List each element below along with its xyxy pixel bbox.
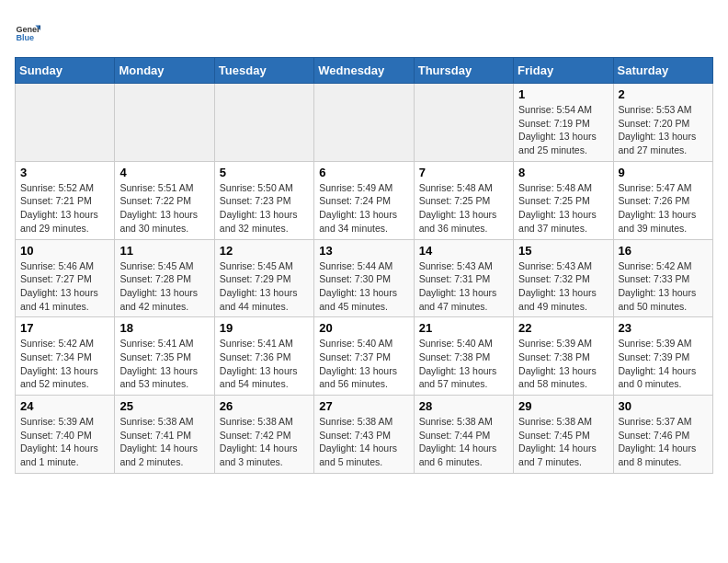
day-content: Sunrise: 5:43 AM Sunset: 7:31 PM Dayligh… (419, 259, 508, 314)
calendar-cell: 8Sunrise: 5:48 AM Sunset: 7:25 PM Daylig… (514, 161, 613, 239)
weekday-header-wednesday: Wednesday (314, 58, 414, 84)
calendar-cell (214, 84, 313, 162)
day-content: Sunrise: 5:40 AM Sunset: 7:37 PM Dayligh… (319, 337, 408, 391)
calendar-week-3: 10Sunrise: 5:46 AM Sunset: 7:27 PM Dayli… (16, 239, 713, 317)
day-number: 10 (20, 244, 109, 258)
day-content: Sunrise: 5:39 AM Sunset: 7:39 PM Dayligh… (619, 337, 708, 391)
logo: General Blue (15, 20, 40, 46)
calendar-cell (314, 84, 414, 162)
calendar-cell: 27Sunrise: 5:38 AM Sunset: 7:43 PM Dayli… (314, 396, 414, 474)
day-number: 1 (518, 87, 608, 101)
day-content: Sunrise: 5:42 AM Sunset: 7:33 PM Dayligh… (619, 259, 708, 314)
calendar-cell: 19Sunrise: 5:41 AM Sunset: 7:36 PM Dayli… (214, 317, 313, 396)
day-number: 13 (319, 244, 408, 258)
day-number: 8 (518, 166, 608, 179)
day-number: 12 (220, 244, 309, 258)
day-content: Sunrise: 5:38 AM Sunset: 7:41 PM Dayligh… (119, 415, 209, 469)
calendar-cell: 28Sunrise: 5:38 AM Sunset: 7:44 PM Dayli… (414, 396, 513, 474)
calendar-header-row: SundayMondayTuesdayWednesdayThursdayFrid… (16, 58, 713, 84)
calendar-cell: 16Sunrise: 5:42 AM Sunset: 7:33 PM Dayli… (613, 239, 712, 317)
weekday-header-sunday: Sunday (16, 58, 115, 84)
day-number: 14 (419, 244, 508, 258)
calendar-week-5: 24Sunrise: 5:39 AM Sunset: 7:40 PM Dayli… (16, 396, 713, 474)
day-content: Sunrise: 5:40 AM Sunset: 7:38 PM Dayligh… (419, 337, 508, 391)
day-number: 5 (220, 166, 309, 179)
day-content: Sunrise: 5:52 AM Sunset: 7:21 PM Dayligh… (20, 181, 109, 236)
calendar-cell: 4Sunrise: 5:51 AM Sunset: 7:22 PM Daylig… (115, 161, 214, 239)
calendar-cell: 5Sunrise: 5:50 AM Sunset: 7:23 PM Daylig… (214, 161, 313, 239)
calendar-cell: 3Sunrise: 5:52 AM Sunset: 7:21 PM Daylig… (16, 161, 115, 239)
page-header: General Blue (15, 15, 713, 46)
calendar-cell: 29Sunrise: 5:38 AM Sunset: 7:45 PM Dayli… (514, 396, 613, 474)
day-content: Sunrise: 5:38 AM Sunset: 7:43 PM Dayligh… (319, 415, 408, 469)
calendar-cell: 18Sunrise: 5:41 AM Sunset: 7:35 PM Dayli… (115, 317, 214, 396)
calendar-cell: 26Sunrise: 5:38 AM Sunset: 7:42 PM Dayli… (214, 396, 313, 474)
day-number: 28 (419, 399, 508, 413)
day-content: Sunrise: 5:47 AM Sunset: 7:26 PM Dayligh… (619, 181, 708, 236)
calendar-cell: 17Sunrise: 5:42 AM Sunset: 7:34 PM Dayli… (16, 317, 115, 396)
weekday-header-saturday: Saturday (613, 58, 712, 84)
day-content: Sunrise: 5:53 AM Sunset: 7:20 PM Dayligh… (619, 103, 708, 157)
day-number: 27 (319, 399, 408, 413)
day-content: Sunrise: 5:45 AM Sunset: 7:29 PM Dayligh… (220, 259, 309, 314)
day-number: 4 (119, 166, 209, 179)
logo-icon: General Blue (15, 20, 40, 46)
day-number: 9 (619, 166, 708, 179)
day-number: 24 (20, 399, 109, 413)
day-content: Sunrise: 5:48 AM Sunset: 7:25 PM Dayligh… (518, 181, 608, 236)
day-number: 6 (319, 166, 408, 179)
calendar-cell: 14Sunrise: 5:43 AM Sunset: 7:31 PM Dayli… (414, 239, 513, 317)
day-content: Sunrise: 5:38 AM Sunset: 7:42 PM Dayligh… (220, 415, 309, 469)
day-number: 21 (419, 321, 508, 335)
day-content: Sunrise: 5:41 AM Sunset: 7:36 PM Dayligh… (220, 337, 309, 391)
day-number: 19 (220, 321, 309, 335)
calendar-cell: 25Sunrise: 5:38 AM Sunset: 7:41 PM Dayli… (115, 396, 214, 474)
day-content: Sunrise: 5:38 AM Sunset: 7:44 PM Dayligh… (419, 415, 508, 469)
day-content: Sunrise: 5:46 AM Sunset: 7:27 PM Dayligh… (20, 259, 109, 314)
day-number: 17 (20, 321, 109, 335)
day-number: 18 (119, 321, 209, 335)
calendar-cell: 15Sunrise: 5:43 AM Sunset: 7:32 PM Dayli… (514, 239, 613, 317)
day-number: 15 (518, 244, 608, 258)
calendar-table: SundayMondayTuesdayWednesdayThursdayFrid… (15, 57, 713, 474)
day-content: Sunrise: 5:49 AM Sunset: 7:24 PM Dayligh… (319, 181, 408, 236)
calendar-cell: 2Sunrise: 5:53 AM Sunset: 7:20 PM Daylig… (613, 84, 712, 162)
calendar-cell: 10Sunrise: 5:46 AM Sunset: 7:27 PM Dayli… (16, 239, 115, 317)
calendar-cell: 13Sunrise: 5:44 AM Sunset: 7:30 PM Dayli… (314, 239, 414, 317)
day-content: Sunrise: 5:51 AM Sunset: 7:22 PM Dayligh… (119, 181, 209, 236)
calendar-cell: 7Sunrise: 5:48 AM Sunset: 7:25 PM Daylig… (414, 161, 513, 239)
day-content: Sunrise: 5:45 AM Sunset: 7:28 PM Dayligh… (119, 259, 209, 314)
calendar-cell: 6Sunrise: 5:49 AM Sunset: 7:24 PM Daylig… (314, 161, 414, 239)
calendar-cell: 12Sunrise: 5:45 AM Sunset: 7:29 PM Dayli… (214, 239, 313, 317)
day-content: Sunrise: 5:43 AM Sunset: 7:32 PM Dayligh… (518, 259, 608, 314)
calendar-cell: 9Sunrise: 5:47 AM Sunset: 7:26 PM Daylig… (613, 161, 712, 239)
day-number: 22 (518, 321, 608, 335)
day-content: Sunrise: 5:50 AM Sunset: 7:23 PM Dayligh… (220, 181, 309, 236)
day-content: Sunrise: 5:48 AM Sunset: 7:25 PM Dayligh… (419, 181, 508, 236)
svg-text:Blue: Blue (16, 33, 34, 42)
calendar-cell: 23Sunrise: 5:39 AM Sunset: 7:39 PM Dayli… (613, 317, 712, 396)
day-number: 26 (220, 399, 309, 413)
calendar-cell: 30Sunrise: 5:37 AM Sunset: 7:46 PM Dayli… (613, 396, 712, 474)
calendar-cell: 22Sunrise: 5:39 AM Sunset: 7:38 PM Dayli… (514, 317, 613, 396)
day-number: 2 (619, 87, 708, 101)
calendar-week-1: 1Sunrise: 5:54 AM Sunset: 7:19 PM Daylig… (16, 84, 713, 162)
calendar-cell: 11Sunrise: 5:45 AM Sunset: 7:28 PM Dayli… (115, 239, 214, 317)
day-number: 16 (619, 244, 708, 258)
day-content: Sunrise: 5:54 AM Sunset: 7:19 PM Dayligh… (518, 103, 608, 157)
calendar-cell: 21Sunrise: 5:40 AM Sunset: 7:38 PM Dayli… (414, 317, 513, 396)
weekday-header-friday: Friday (514, 58, 613, 84)
day-number: 3 (20, 166, 109, 179)
calendar-cell (414, 84, 513, 162)
day-number: 11 (119, 244, 209, 258)
calendar-cell: 24Sunrise: 5:39 AM Sunset: 7:40 PM Dayli… (16, 396, 115, 474)
day-content: Sunrise: 5:41 AM Sunset: 7:35 PM Dayligh… (119, 337, 209, 391)
calendar-cell: 1Sunrise: 5:54 AM Sunset: 7:19 PM Daylig… (514, 84, 613, 162)
day-number: 29 (518, 399, 608, 413)
day-number: 7 (419, 166, 508, 179)
calendar-week-4: 17Sunrise: 5:42 AM Sunset: 7:34 PM Dayli… (16, 317, 713, 396)
day-number: 23 (619, 321, 708, 335)
weekday-header-thursday: Thursday (414, 58, 513, 84)
day-content: Sunrise: 5:39 AM Sunset: 7:40 PM Dayligh… (20, 415, 109, 469)
day-content: Sunrise: 5:37 AM Sunset: 7:46 PM Dayligh… (619, 415, 708, 469)
